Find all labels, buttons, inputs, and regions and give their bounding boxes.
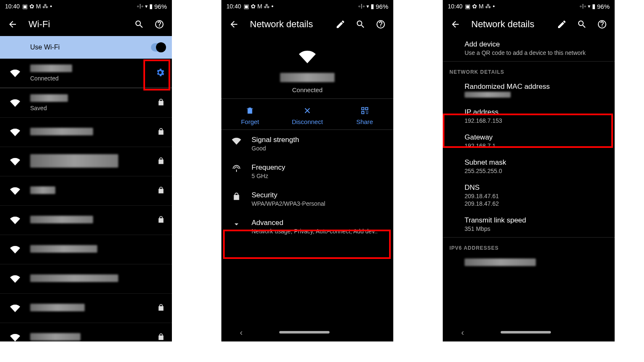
network-name-redacted bbox=[30, 216, 93, 223]
nav-home[interactable] bbox=[501, 331, 551, 334]
network-name-redacted bbox=[30, 154, 118, 168]
connected-status: Connected bbox=[30, 75, 155, 82]
subnet-row[interactable]: Subnet mask 255.255.255.0 bbox=[443, 154, 615, 179]
wifi-icon bbox=[7, 274, 23, 284]
clock: 10:40 bbox=[5, 3, 20, 10]
section-network-details: NETWORK DETAILS bbox=[443, 61, 615, 78]
add-device-row[interactable]: Add device Use a QR code to add a device… bbox=[443, 36, 615, 61]
status-icons: ▣ ✿ M ⁂ • bbox=[465, 3, 495, 10]
signal-strength-row[interactable]: Signal strengthGood bbox=[221, 130, 393, 158]
back-button[interactable] bbox=[3, 15, 22, 34]
status-bar: 10:40 ▣ ✿ M ⁂ • ◦⁞◦ ▾ ▮ 96% bbox=[0, 0, 172, 13]
page-title: Network details bbox=[466, 19, 551, 30]
battery-icon: ▮ bbox=[592, 3, 595, 10]
nav-back[interactable]: ‹ bbox=[461, 328, 464, 337]
network-item[interactable] bbox=[0, 293, 172, 323]
connected-status: Connected bbox=[221, 86, 393, 93]
back-button[interactable] bbox=[446, 15, 465, 34]
qr-icon bbox=[336, 105, 393, 116]
page-title: Wi-Fi bbox=[23, 19, 128, 30]
network-name-redacted bbox=[30, 274, 118, 282]
security-row[interactable]: SecurityWPA/WPA2/WPA3-Personal bbox=[221, 185, 393, 213]
wifi-status-icon: ▾ bbox=[145, 3, 148, 9]
search-button[interactable] bbox=[573, 15, 591, 34]
lock-icon bbox=[157, 98, 165, 108]
network-item[interactable] bbox=[0, 205, 172, 235]
advanced-row[interactable]: AdvancedNetwork usage, Privacy, Auto-con… bbox=[221, 213, 393, 240]
network-name-redacted bbox=[30, 245, 97, 253]
lock-icon bbox=[157, 127, 165, 137]
lock-icon bbox=[228, 191, 245, 201]
network-name-redacted bbox=[280, 73, 335, 82]
frequency-row[interactable]: Frequency5 GHz bbox=[221, 158, 393, 185]
mac-value-redacted bbox=[465, 92, 511, 98]
network-name-redacted bbox=[30, 128, 93, 135]
help-button[interactable] bbox=[371, 15, 390, 34]
use-wifi-toggle-row[interactable]: Use Wi-Fi bbox=[0, 36, 172, 59]
wifi-icon bbox=[7, 186, 23, 196]
frequency-icon bbox=[228, 163, 245, 173]
battery-pct: 96% bbox=[597, 3, 610, 10]
vibrate-icon: ◦⁞◦ bbox=[579, 3, 586, 10]
transmit-speed-row[interactable]: Transmit link speed 351 Mbps bbox=[443, 212, 615, 237]
close-icon bbox=[279, 105, 336, 116]
help-button[interactable] bbox=[593, 15, 611, 34]
status-icons: ▣ ✿ M ⁂ • bbox=[244, 3, 273, 10]
gateway-row[interactable]: Gateway 192.168.7.1 bbox=[443, 129, 615, 154]
page-title: Network details bbox=[245, 19, 330, 30]
edit-button[interactable] bbox=[553, 15, 571, 34]
search-button[interactable] bbox=[351, 15, 370, 34]
wifi-icon bbox=[7, 68, 23, 78]
nav-home[interactable] bbox=[279, 331, 330, 334]
network-item[interactable] bbox=[0, 176, 172, 205]
network-name-redacted bbox=[30, 65, 72, 72]
wifi-icon bbox=[228, 136, 245, 146]
vibrate-icon: ◦⁞◦ bbox=[358, 3, 365, 10]
chevron-down-icon bbox=[228, 219, 245, 229]
edit-button[interactable] bbox=[331, 15, 350, 34]
wifi-icon bbox=[7, 157, 23, 167]
battery-icon: ▮ bbox=[149, 3, 153, 10]
screen-wifi-list: 10:40 ▣ ✿ M ⁂ • ◦⁞◦ ▾ ▮ 96% Wi-Fi Use Wi… bbox=[0, 0, 172, 341]
mac-address-row[interactable]: Randomized MAC address bbox=[443, 78, 615, 104]
network-name-redacted bbox=[30, 333, 80, 341]
nav-back[interactable]: ‹ bbox=[240, 328, 243, 337]
ip-address-row[interactable]: IP address 192.168.7.153 bbox=[443, 104, 615, 129]
network-item[interactable]: Saved bbox=[0, 88, 172, 117]
disconnect-button[interactable]: Disconnect bbox=[279, 99, 336, 129]
search-button[interactable] bbox=[130, 15, 148, 34]
network-hero: Connected bbox=[221, 36, 393, 98]
saved-status: Saved bbox=[30, 105, 157, 111]
nav-bar: ‹ bbox=[221, 323, 393, 341]
ipv6-row[interactable] bbox=[443, 254, 615, 273]
network-item-connected[interactable]: Connected bbox=[0, 59, 172, 88]
network-item[interactable] bbox=[0, 117, 172, 147]
trash-icon bbox=[221, 105, 279, 116]
section-ipv6: IPV6 ADDRESSES bbox=[443, 237, 615, 254]
network-item[interactable] bbox=[0, 323, 172, 341]
nav-bar: ‹ bbox=[443, 323, 615, 341]
lock-icon bbox=[157, 333, 165, 342]
lock-icon bbox=[157, 215, 165, 225]
app-bar: Network details bbox=[443, 13, 615, 36]
network-item[interactable] bbox=[0, 147, 172, 176]
back-button[interactable] bbox=[225, 15, 243, 34]
ipv6-value-redacted bbox=[465, 259, 536, 266]
network-item[interactable] bbox=[0, 264, 172, 293]
wifi-switch[interactable] bbox=[151, 43, 165, 52]
dns-row[interactable]: DNS 209.18.47.61 209.18.47.62 bbox=[443, 179, 615, 212]
network-item[interactable] bbox=[0, 235, 172, 264]
help-button[interactable] bbox=[150, 15, 169, 34]
battery-icon: ▮ bbox=[371, 3, 374, 10]
status-bar: 10:40▣ ✿ M ⁂ • ◦⁞◦▾▮96% bbox=[443, 0, 615, 13]
clock: 10:40 bbox=[448, 3, 462, 10]
forget-button[interactable]: Forget bbox=[221, 99, 279, 129]
app-bar: Network details bbox=[221, 13, 393, 36]
use-wifi-label: Use Wi-Fi bbox=[30, 44, 60, 51]
wifi-icon bbox=[7, 245, 23, 255]
status-icons: ▣ ✿ M ⁂ • bbox=[22, 3, 52, 10]
clock: 10:40 bbox=[226, 3, 241, 10]
share-button[interactable]: Share bbox=[336, 99, 393, 129]
network-settings-button[interactable] bbox=[155, 67, 165, 79]
status-bar: 10:40▣ ✿ M ⁂ • ◦⁞◦▾▮96% bbox=[221, 0, 393, 13]
